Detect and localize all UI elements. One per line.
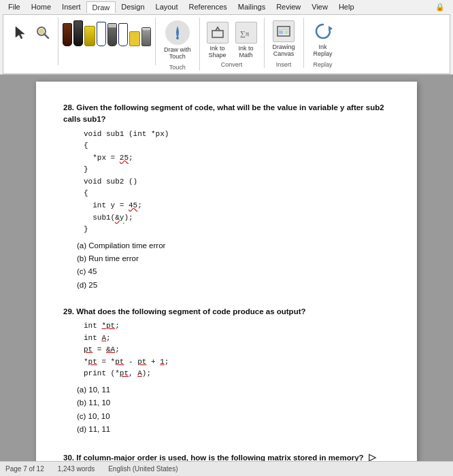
app-window: File Home Insert Draw Design Layout Refe… <box>0 0 453 476</box>
svg-line-3 <box>44 34 48 38</box>
pen-tool-8[interactable] <box>141 27 151 46</box>
tab-home[interactable]: Home <box>26 1 56 13</box>
question-30: 30. If column-major order is used, how i… <box>63 450 390 461</box>
option-29a: (a) 10, 11 <box>77 384 390 396</box>
status-bar: Page 7 of 12 1,243 words English (United… <box>0 461 453 476</box>
tab-help[interactable]: Help <box>333 1 360 13</box>
option-29d: (d) 11, 11 <box>77 424 390 435</box>
svg-rect-10 <box>284 31 288 34</box>
tab-design[interactable]: Design <box>116 1 150 13</box>
svg-rect-9 <box>279 31 283 34</box>
svg-rect-5 <box>212 31 223 37</box>
pen-tools-group <box>63 20 151 46</box>
pen-tool-6[interactable] <box>118 23 128 46</box>
convert-label: Convert <box>221 61 243 68</box>
ribbon-section-convert: Ink toShape ∑π Ink toMath Convert <box>200 18 265 68</box>
drawing-canvas-button[interactable]: DrawingCanvas <box>270 18 298 60</box>
touch-section-label: Touch <box>169 64 186 71</box>
ink-replay-label: InkReplay <box>314 44 333 57</box>
question-29: 29. What does the following segment of c… <box>63 306 390 435</box>
document-page: 28. Given the following segment of code,… <box>36 82 417 461</box>
tab-draw[interactable]: Draw <box>86 1 116 13</box>
option-29c: (c) 10, 10 <box>77 411 390 422</box>
insert-section-label: Insert <box>276 61 292 68</box>
ribbon: File Home Insert Draw Design Layout Refe… <box>0 0 453 75</box>
cursor-button[interactable] <box>12 23 31 42</box>
tab-account-icon[interactable]: 🔒 <box>430 1 450 13</box>
question-28-options: (a) Compilation time error (b) Run time … <box>77 240 390 291</box>
svg-text:∑π: ∑π <box>240 29 250 38</box>
ribbon-section-touch: Draw withTouch Touch <box>156 18 200 71</box>
tab-layout[interactable]: Layout <box>150 1 184 13</box>
ink-to-math-label: Ink toMath <box>239 45 254 58</box>
question-30-header: 30. If column-major order is used, how i… <box>63 450 390 461</box>
tab-file[interactable]: File <box>3 1 26 13</box>
pen-tool-1[interactable] <box>63 23 72 46</box>
page-indicator: Page 7 of 12 <box>5 465 44 473</box>
ribbon-content: Draw withTouch Touch Ink toShape <box>3 14 450 74</box>
question-29-code: int *pt; int A; pt = &A; *pt = *pt - pt … <box>84 320 390 380</box>
language-indicator: English (United States) <box>108 465 178 473</box>
magnify-button[interactable] <box>33 23 52 42</box>
tab-review[interactable]: Review <box>271 1 306 13</box>
pen-tool-3[interactable] <box>84 26 95 46</box>
ribbon-section-tools <box>7 18 58 65</box>
tab-references[interactable]: References <box>184 1 233 13</box>
ribbon-section-replay: InkReplay Replay <box>304 18 342 68</box>
ink-to-shape-label: Ink toShape <box>209 45 227 58</box>
ribbon-section-insert: DrawingCanvas Insert <box>265 18 304 68</box>
pen-tool-4[interactable] <box>97 22 106 46</box>
option-28a: (a) Compilation time error <box>77 240 390 252</box>
svg-point-4 <box>176 37 179 39</box>
ink-to-shape-button[interactable]: Ink toShape <box>205 20 230 60</box>
tab-mailings[interactable]: Mailings <box>233 1 271 13</box>
svg-marker-11 <box>329 26 333 31</box>
option-28d: (d) 25 <box>77 279 390 291</box>
option-29b: (b) 11, 10 <box>77 397 390 409</box>
drawing-canvas-label: DrawingCanvas <box>273 44 295 57</box>
question-29-options: (a) 10, 11 (b) 11, 10 (c) 10, 10 (d) 11,… <box>77 384 390 435</box>
tab-insert[interactable]: Insert <box>56 1 86 13</box>
ribbon-section-pens <box>58 18 156 65</box>
question-29-header: 29. What does the following segment of c… <box>63 306 390 318</box>
document-area: 28. Given the following segment of code,… <box>0 75 453 461</box>
svg-point-2 <box>39 29 44 34</box>
pen-tool-5[interactable] <box>107 23 117 46</box>
question-28-code: void sub1 (int *px) { *px = 25; } void s… <box>84 129 390 236</box>
question-28-header: 28. Given the following segment of code,… <box>63 102 390 126</box>
ribbon-tabs: File Home Insert Draw Design Layout Refe… <box>3 1 450 13</box>
ink-to-math-button[interactable]: ∑π Ink toMath <box>234 20 258 60</box>
replay-section-label: Replay <box>314 61 333 68</box>
ink-replay-button[interactable]: InkReplay <box>309 18 337 60</box>
word-count: 1,243 words <box>58 465 95 473</box>
question-28: 28. Given the following segment of code,… <box>63 102 390 291</box>
draw-with-touch-button[interactable]: Draw withTouch <box>161 18 194 63</box>
option-28c: (c) 45 <box>77 266 390 277</box>
option-28b: (b) Run time error <box>77 253 390 265</box>
pen-tool-2[interactable] <box>73 20 83 46</box>
draw-with-touch-label: Draw withTouch <box>164 46 191 60</box>
svg-marker-0 <box>16 27 24 39</box>
pen-tool-7[interactable] <box>129 31 140 46</box>
tab-view[interactable]: View <box>306 1 333 13</box>
